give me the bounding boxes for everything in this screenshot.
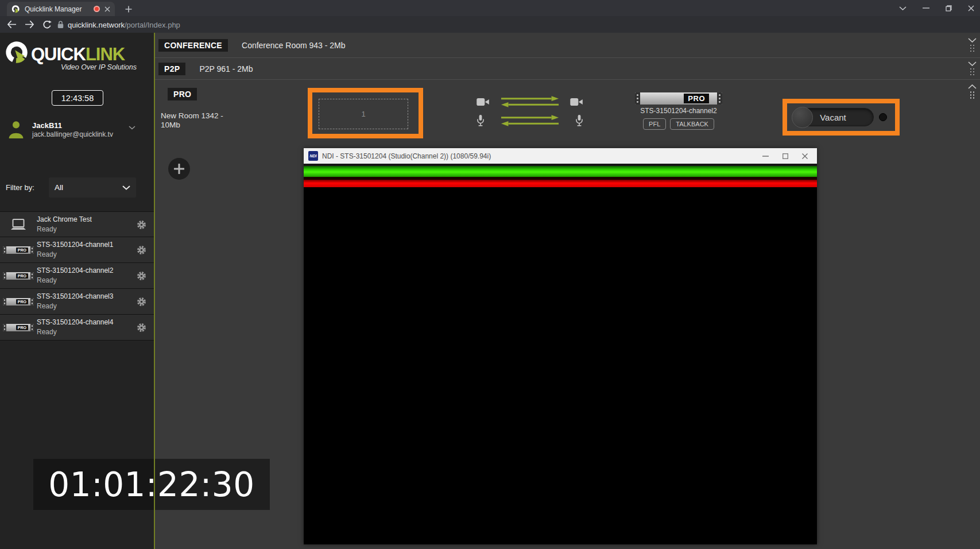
filter-value: All <box>55 183 63 192</box>
rack-pro-icon: PRO <box>0 263 37 289</box>
video-signal-red-bar <box>304 180 817 187</box>
lock-icon <box>57 21 64 29</box>
guest-slot-dropzone[interactable]: 1 <box>319 99 408 129</box>
window-menu-chevron-icon[interactable] <box>899 6 907 10</box>
ndi-minimize-button[interactable] <box>762 156 769 157</box>
rack-pro-icon: PRO <box>0 289 37 315</box>
new-tab-button[interactable] <box>122 3 135 16</box>
quicklink-logo-icon <box>5 40 30 66</box>
video-camera-icon <box>570 98 583 106</box>
ndi-app-icon: NDI <box>308 151 318 161</box>
user-email: jack.ballinger@quicklink.tv <box>32 130 113 138</box>
p2p-title: P2P 961 - 2Mb <box>199 64 253 74</box>
laptop-icon <box>0 212 37 238</box>
audio-bidirectional-arrows-icon <box>500 115 560 126</box>
omnibox[interactable]: quicklink.network/portal/Index.php <box>57 20 180 30</box>
forward-button[interactable] <box>25 20 34 29</box>
vacant-label: Vacant <box>820 113 846 122</box>
device-name: Jack Chrome Test <box>37 215 92 223</box>
user-chevron-down-icon[interactable] <box>129 126 135 130</box>
assigned-device-label: STS-31501204-channel2 <box>640 107 716 115</box>
video-signal-green-bar <box>304 166 817 177</box>
drag-handle-icon[interactable] <box>970 68 975 76</box>
pro-badge: PRO <box>168 88 197 100</box>
toggle-knob[interactable] <box>792 107 813 128</box>
ndi-maximize-button[interactable] <box>783 153 788 159</box>
gear-icon[interactable] <box>137 297 146 307</box>
back-button[interactable] <box>7 20 17 29</box>
ndi-titlebar[interactable]: NDI NDI - STS-31501204 (Studio(Channel 2… <box>304 148 817 164</box>
device-name: STS-31501204-channel2 <box>37 266 113 274</box>
clock-display: 12:43:58 <box>52 90 103 106</box>
sidebar-divider <box>154 33 155 549</box>
tab-title: Quicklink Manager <box>25 5 94 13</box>
main-panel: CONFERENCE Conference Room 943 - 2Mb P2P… <box>155 33 980 549</box>
url-path: /portal/Index.php <box>125 21 180 29</box>
user-profile[interactable]: JackB11 jack.ballinger@quicklink.tv <box>0 118 154 145</box>
ndi-window-title: NDI - STS-31501204 (Studio(Channel 2)) (… <box>322 152 762 160</box>
tab-close-icon[interactable] <box>104 6 110 12</box>
window-minimize-button[interactable] <box>923 7 929 9</box>
media-direction-indicators <box>477 95 583 127</box>
drag-handle-icon[interactable] <box>970 45 975 53</box>
logo-tagline: Video Over IP Solutions <box>11 63 137 71</box>
add-room-button[interactable] <box>168 158 190 180</box>
window-restore-button[interactable] <box>946 5 952 11</box>
device-status: Ready <box>37 225 57 233</box>
app-area: QUICKLINK Video Over IP Solutions 12:43:… <box>0 33 980 549</box>
chevron-down-icon[interactable] <box>968 61 977 66</box>
session-row-p2p[interactable]: P2P P2P 961 - 2Mb <box>155 58 980 80</box>
device-row-channel3[interactable]: PRO STS-31501204-channel3 Ready <box>0 289 154 315</box>
pro-room-section: PRO New Room 1342 - 10Mb 1 <box>155 80 980 548</box>
gear-icon[interactable] <box>137 271 146 281</box>
highlight-vacant-box: Vacant <box>783 99 900 136</box>
presence-status-dot <box>879 113 887 121</box>
device-row-jack-chrome-test[interactable]: Jack Chrome Test Ready <box>0 211 154 237</box>
url-domain: quicklink.network <box>68 21 125 29</box>
video-bidirectional-arrows-icon <box>500 96 560 107</box>
highlight-slot-box: 1 <box>308 88 423 138</box>
talkback-button[interactable]: TALKBACK <box>670 118 714 130</box>
assigned-device-panel: PRO STS-31501204-channel2 PFL TALKBACK <box>634 92 723 130</box>
device-name: STS-31501204-channel4 <box>37 318 113 326</box>
p2p-badge: P2P <box>158 63 185 75</box>
reload-button[interactable] <box>42 20 52 29</box>
device-status: Ready <box>37 276 57 284</box>
conference-title: Conference Room 943 - 2Mb <box>242 41 346 50</box>
tab-recording-indicator-icon <box>94 6 100 12</box>
filter-dropdown[interactable]: All <box>49 177 136 198</box>
timecode-overlay: 01:01:22:30 <box>33 459 270 510</box>
rack-pro-label: PRO <box>684 94 709 103</box>
slot-number: 1 <box>361 110 365 118</box>
device-row-channel2[interactable]: PRO STS-31501204-channel2 Ready <box>0 263 154 289</box>
browser-toolbar: quicklink.network/portal/Index.php <box>0 16 980 33</box>
gear-icon[interactable] <box>137 323 146 333</box>
browser-tab[interactable]: Quicklink Manager <box>7 2 115 16</box>
session-row-conference[interactable]: CONFERENCE Conference Room 943 - 2Mb <box>155 33 980 58</box>
device-status: Ready <box>37 302 57 310</box>
quicklink-wordmark: QUICKLINK <box>31 44 125 65</box>
gear-icon[interactable] <box>137 220 146 230</box>
chevron-up-icon[interactable] <box>968 84 977 89</box>
chevron-down-icon <box>122 185 130 190</box>
device-row-channel1[interactable]: PRO STS-31501204-channel1 Ready <box>0 237 154 263</box>
window-close-button[interactable] <box>968 5 974 11</box>
device-name: STS-31501204-channel1 <box>37 241 113 249</box>
ndi-close-button[interactable] <box>802 153 808 159</box>
pfl-button[interactable]: PFL <box>643 118 666 130</box>
device-name: STS-31501204-channel3 <box>37 292 113 300</box>
vacant-toggle[interactable]: Vacant <box>792 108 874 126</box>
ndi-video-area <box>304 187 817 544</box>
drag-handle-icon[interactable] <box>970 91 975 99</box>
microphone-icon <box>575 114 583 127</box>
microphone-icon <box>477 114 485 127</box>
rack-pro-icon: PRO <box>0 315 37 341</box>
browser-tab-strip: Quicklink Manager <box>0 0 980 16</box>
device-list: Jack Chrome Test Ready PRO STS-31501204-… <box>0 211 154 341</box>
gear-icon[interactable] <box>137 245 146 255</box>
conference-badge: CONFERENCE <box>158 39 228 52</box>
quicklink-favicon-icon <box>11 5 20 14</box>
chevron-down-icon[interactable] <box>968 38 977 42</box>
device-row-channel4[interactable]: PRO STS-31501204-channel4 Ready <box>0 315 154 341</box>
device-status: Ready <box>37 250 57 258</box>
